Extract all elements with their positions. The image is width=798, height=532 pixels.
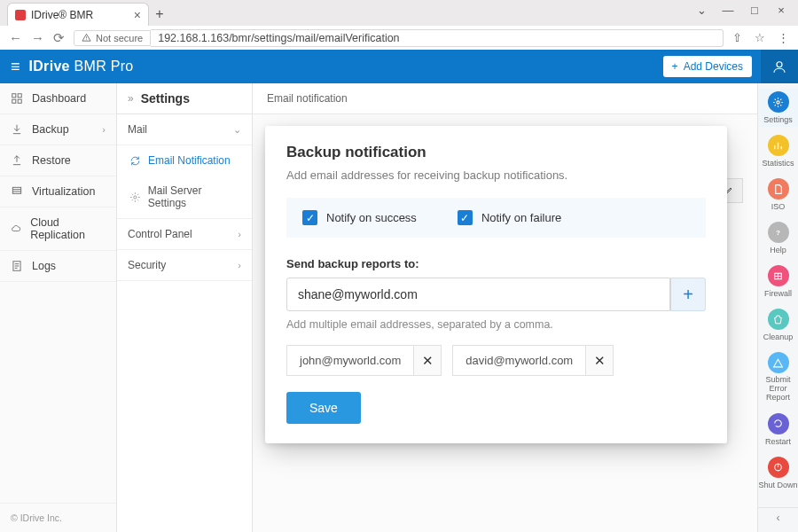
brand-logo: IDrive BMR Pro: [29, 59, 134, 74]
sidebar-item-logs[interactable]: Logs: [0, 251, 116, 282]
rail-item-cleanup[interactable]: Cleanup: [758, 306, 798, 344]
share-icon[interactable]: ⇧: [732, 31, 742, 44]
email-chip: john@myworld.com ✕: [286, 345, 442, 376]
kebab-menu-icon[interactable]: ⋮: [778, 31, 789, 44]
profile-button[interactable]: [761, 50, 798, 83]
plus-icon: +: [672, 60, 678, 73]
email-input[interactable]: [286, 278, 670, 311]
browser-tab[interactable]: IDrive® BMR ×: [7, 3, 149, 26]
help-icon: ?: [772, 227, 784, 239]
svg-point-0: [86, 39, 87, 40]
settings-group-control-panel[interactable]: Control Panel ›: [117, 218, 252, 250]
cloud-icon: [11, 223, 21, 235]
rail-item-help[interactable]: ? Help: [758, 219, 798, 257]
dropdown-icon[interactable]: ⌄: [690, 2, 713, 18]
alert-icon: [772, 357, 784, 369]
rail-item-settings[interactable]: Settings: [758, 89, 798, 127]
gear-icon: [772, 97, 784, 108]
svg-point-2: [777, 62, 782, 67]
hamburger-icon[interactable]: ≡: [11, 58, 20, 76]
rail-item-statistics[interactable]: Statistics: [758, 132, 798, 170]
sidebar-item-backup[interactable]: Backup ›: [0, 114, 116, 145]
right-rail: Settings Statistics ISO ? Help Firewall …: [757, 83, 798, 532]
svg-rect-1: [86, 36, 87, 38]
backup-icon: [11, 123, 23, 136]
url-bar[interactable]: 192.168.1.163/bmr/settings/mail/emailVer…: [151, 29, 724, 47]
sidebar-item-virtualization[interactable]: Virtualization: [0, 176, 116, 207]
back-icon[interactable]: ←: [9, 30, 22, 45]
forward-icon[interactable]: →: [31, 30, 44, 45]
restore-icon: [11, 154, 23, 167]
add-email-button[interactable]: +: [670, 278, 706, 311]
logs-icon: [11, 260, 23, 272]
chart-icon: [772, 140, 784, 152]
favicon-icon: [15, 10, 26, 20]
breadcrumb: Email notification: [253, 83, 757, 114]
chip-value: david@myworld.com: [452, 345, 585, 376]
email-chip: david@myworld.com ✕: [452, 345, 614, 376]
chip-value: john@myworld.com: [286, 345, 413, 376]
tab-title: IDrive® BMR: [31, 9, 93, 21]
close-tab-icon[interactable]: ×: [134, 8, 141, 22]
minimize-icon[interactable]: —: [716, 2, 739, 18]
settings-group-mail[interactable]: Mail ⌄: [117, 114, 252, 145]
checkbox-checked-icon: ✓: [302, 210, 317, 225]
browser-chrome: IDrive® BMR × + ⌄ — □ × ← → ⟳ Not secure…: [0, 0, 798, 50]
sidebar-item-dashboard[interactable]: Dashboard: [0, 83, 116, 114]
multi-email-hint: Add multiple email addresses, separated …: [286, 318, 706, 331]
rail-collapse-button[interactable]: ‹: [758, 507, 798, 527]
backup-notification-card: Backup notification Add email addresses …: [265, 126, 727, 443]
settings-sidebar: » Settings Mail ⌄ Email Notification Mai…: [117, 83, 253, 532]
save-button[interactable]: Save: [286, 392, 361, 424]
main-content: Email notification david@myworld.com Sen…: [253, 83, 757, 532]
rail-item-submit-error[interactable]: Submit Error Report: [758, 349, 798, 405]
rail-item-firewall[interactable]: Firewall: [758, 262, 798, 301]
chevron-right-icon: ›: [238, 229, 241, 239]
restart-icon: [772, 418, 784, 429]
gear-icon: [129, 192, 141, 203]
chevron-right-icon: ›: [102, 124, 106, 135]
power-icon: [772, 461, 784, 473]
card-title: Backup notification: [286, 144, 706, 161]
settings-group-security[interactable]: Security ›: [117, 250, 252, 281]
remove-chip-button[interactable]: ✕: [585, 345, 614, 376]
card-subtitle: Add email addresses for receiving backup…: [286, 168, 706, 182]
sidebar-item-cloud-replication[interactable]: Cloud Replication: [0, 207, 116, 251]
svg-point-9: [134, 195, 137, 198]
svg-rect-3: [12, 94, 16, 98]
svg-point-10: [777, 100, 779, 103]
app-header: ≡ IDrive BMR Pro + Add Devices: [0, 50, 798, 83]
file-icon: [772, 184, 784, 195]
settings-item-mail-server[interactable]: Mail Server Settings: [117, 176, 252, 218]
chevron-right-icon: ›: [238, 260, 241, 270]
dashboard-icon: [11, 92, 23, 105]
rail-item-iso[interactable]: ISO: [758, 176, 798, 214]
notify-failure-checkbox[interactable]: ✓ Notify on failure: [458, 210, 561, 225]
send-to-label: Send backup reports to:: [286, 257, 706, 270]
primary-sidebar: Dashboard Backup › Restore Virtualizatio…: [0, 83, 117, 532]
warning-icon: [82, 33, 91, 43]
svg-rect-5: [12, 99, 16, 103]
settings-item-email-notification[interactable]: Email Notification: [117, 145, 252, 176]
new-tab-button[interactable]: +: [149, 6, 170, 26]
add-devices-button[interactable]: + Add Devices: [663, 56, 752, 77]
cleanup-icon: [772, 314, 784, 325]
sidebar-item-restore[interactable]: Restore: [0, 145, 116, 176]
bookmark-icon[interactable]: ☆: [755, 31, 765, 44]
notify-success-checkbox[interactable]: ✓ Notify on success: [302, 210, 417, 225]
remove-chip-button[interactable]: ✕: [413, 345, 442, 376]
collapse-icon[interactable]: »: [128, 92, 134, 105]
maximize-icon[interactable]: □: [743, 2, 766, 18]
svg-rect-7: [12, 187, 20, 193]
svg-text:?: ?: [776, 229, 780, 237]
user-icon: [771, 59, 787, 74]
security-badge[interactable]: Not secure: [74, 30, 151, 46]
close-window-icon[interactable]: ×: [770, 2, 793, 18]
rail-item-restart[interactable]: Restart: [758, 411, 798, 449]
footer-copyright: © IDrive Inc.: [0, 503, 116, 532]
rail-item-shutdown[interactable]: Shut Down: [758, 454, 798, 492]
checkbox-checked-icon: ✓: [458, 210, 473, 225]
svg-rect-4: [18, 94, 21, 98]
chevron-down-icon: ⌄: [233, 124, 241, 136]
reload-icon[interactable]: ⟳: [53, 30, 65, 46]
